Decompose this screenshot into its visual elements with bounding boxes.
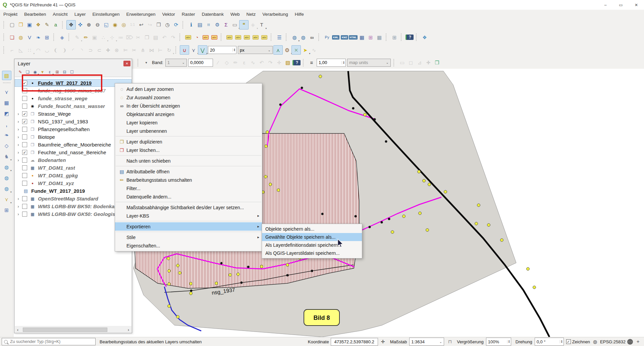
task-indicator-icon[interactable]: ✦	[635, 339, 641, 344]
menu-item-nach-unten-schieben[interactable]: Nach unten schieben	[115, 157, 262, 165]
layer-item-funde-nsg-1983-minus-1937[interactable]: •funde_nsg_1983_minus_1937	[15, 87, 131, 95]
data-source-manager-icon[interactable]: ❏	[8, 33, 16, 42]
layer-item-funde-strasse-wege[interactable]: ●funde_strasse_wege	[15, 95, 131, 102]
expand-arrow-icon[interactable]: ›	[16, 119, 20, 124]
colored-grid-icon[interactable]: ⊞	[366, 33, 375, 42]
layer-checkbox[interactable]: ✓	[22, 119, 27, 124]
layer-item-wt-dgm1-xyz[interactable]: ●WT_DGM1_xyz	[15, 179, 131, 187]
pan-map-icon[interactable]: ✥	[66, 20, 76, 30]
add-vector-tile-layer-icon[interactable]: ⋎▾	[2, 195, 11, 204]
menu-ansicht[interactable]: Ansicht	[49, 12, 71, 17]
add-postgis-layer-icon[interactable]: ♞▾	[2, 152, 11, 161]
layer-labeling-icon[interactable]: abc	[184, 33, 193, 42]
topological-editing-icon[interactable]: ⋏	[273, 45, 283, 55]
expand-arrow-icon[interactable]: ›	[16, 142, 20, 147]
expand-arrow-icon[interactable]: ›	[16, 150, 20, 155]
pan-to-selection-icon[interactable]: ✜	[76, 20, 85, 29]
db-manager-icon[interactable]: ☰	[275, 33, 284, 42]
stroke-width-icon-icon[interactable]: ≡	[307, 58, 316, 67]
menu-bearbeiten[interactable]: Bearbeiten	[21, 12, 49, 17]
add-mesh-layer-icon[interactable]: ◩	[2, 109, 11, 118]
menu-item-objektanzahl-anzeigen[interactable]: Objektanzahl anzeigen	[115, 110, 262, 118]
menu-netz[interactable]: Netz	[243, 12, 259, 17]
menu-item-zur-auswahl-zoomen[interactable]: ◌Zur Auswahl zoomen	[115, 93, 262, 102]
maximize-button[interactable]: ▭	[613, 0, 629, 10]
menu-layer[interactable]: Layer	[71, 12, 89, 17]
zoom-to-selection-icon[interactable]: ◉	[111, 20, 119, 29]
layer-diagram-icon[interactable]: ◔	[193, 33, 201, 42]
profile-tool-icon[interactable]: ❒	[433, 58, 441, 67]
menu-item-layer-kbs[interactable]: Layer-KBS▸	[115, 212, 262, 220]
new-memory-layer-icon[interactable]: ⊞	[43, 33, 51, 42]
snap-arrow-icon[interactable]: ➤▾	[301, 46, 310, 54]
new-shapefile-layer-icon[interactable]: V	[25, 33, 34, 42]
processing-toolbox-icon[interactable]: ⚙	[213, 20, 222, 29]
menu-item-datenquelle-ndern[interactable]: Datenquelle ändern...	[115, 192, 262, 201]
new-virtual-layer-icon[interactable]: ◈	[58, 33, 66, 42]
layer-item-wt-dgm1-gpkg[interactable]: ●WT_DGM1_gpkg	[15, 172, 131, 179]
grid-tools-icon[interactable]: ▦	[375, 33, 384, 42]
layout-manager-icon[interactable]: ✎	[43, 20, 51, 29]
menu-hilfe[interactable]: Hilfe	[291, 12, 307, 17]
menu-erweiterungen[interactable]: Erweiterungen	[123, 12, 159, 17]
enable-snapping-icon[interactable]: ∪	[180, 45, 189, 55]
snap-tolerance[interactable]: 20▲▼	[208, 46, 236, 54]
layer-item-strasse-wege[interactable]: ›✓❐Strasse_Wege	[15, 110, 131, 118]
move-label-icon[interactable]: abc	[225, 33, 234, 42]
layer-checkbox[interactable]: ✓	[22, 111, 27, 116]
expand-all-icon[interactable]: ⊞	[54, 69, 60, 75]
layer-checkbox[interactable]	[22, 196, 27, 201]
raster-toolbar-caret-icon[interactable]: ▾	[142, 58, 151, 67]
menu-einstellungen[interactable]: Einstellungen	[89, 12, 123, 17]
coordinate-input[interactable]	[331, 338, 378, 346]
html-export-icon[interactable]: HTML	[349, 33, 358, 42]
remove-layer-icon[interactable]: ☐	[69, 69, 75, 75]
expand-arrow-icon[interactable]: ›	[16, 135, 20, 139]
locator-searchbox[interactable]	[2, 338, 96, 345]
panel-close-button[interactable]: ✕	[123, 61, 130, 66]
layer-item-funde-wt-2017-2019[interactable]: ▤Funde_WT_2017_2019	[15, 187, 131, 195]
band-value[interactable]: 0,0000	[188, 59, 213, 67]
layer-checkbox[interactable]: ✓	[22, 150, 27, 155]
open-project-icon[interactable]: ❐	[16, 20, 25, 29]
show-hide-labels-icon[interactable]: abc	[234, 33, 243, 42]
show-sum-icon[interactable]: Σ	[222, 20, 230, 29]
layer-checkbox[interactable]	[22, 212, 27, 217]
lock-scale-icon[interactable]: ⊓	[446, 339, 453, 344]
messages-icon[interactable]: ···	[627, 339, 633, 345]
search-input[interactable]	[9, 339, 88, 344]
scrollbar-thumb[interactable]	[23, 328, 107, 332]
layer-item-biotope[interactable]: ›❐Biotope	[15, 133, 131, 141]
change-label-icon[interactable]: abc	[260, 33, 269, 42]
zoom-in-icon[interactable]: ⊕	[85, 20, 93, 29]
expand-arrow-icon[interactable]: ›	[16, 196, 20, 201]
statistical-summary-icon[interactable]: ⌗	[204, 20, 213, 29]
topology-checker-icon[interactable]: ❖	[420, 33, 429, 42]
open-layer-styling-icon[interactable]: ✎	[17, 69, 23, 75]
kml-tools-icon[interactable]: KML	[331, 33, 340, 42]
menu-item-attributtabelle-ffnen[interactable]: ▤Attributtabelle öffnen	[115, 167, 262, 176]
layer-checkbox[interactable]	[22, 88, 27, 93]
collapse-all-icon[interactable]: ⊟	[61, 69, 68, 75]
save-project-icon[interactable]: ▣	[25, 20, 34, 29]
search-layers-icon[interactable]: ◍	[299, 33, 308, 42]
add-group-icon[interactable]: ❏	[24, 69, 31, 75]
crs-globe-icon[interactable]: ◍	[592, 339, 598, 344]
select-features-icon[interactable]: ▧	[2, 71, 11, 80]
add-layer-group-icon[interactable]: ◍	[16, 33, 25, 42]
zoom-full-icon[interactable]: ◱	[102, 20, 111, 29]
expand-arrow-icon[interactable]: ›	[16, 158, 20, 163]
layer-item-wms-lgrb-bw-bk50-bodenkarte[interactable]: ›▦WMS LGRB-BW BK50: Bodenkarte	[15, 203, 131, 210]
layer-item-bodenarten[interactable]: ›☁Bodenarten	[15, 156, 131, 164]
extents-icon[interactable]: ✛	[380, 339, 386, 344]
add-delimited-text-layer-icon[interactable]: ,	[2, 120, 11, 128]
temporal-controller-icon[interactable]: ◷	[163, 20, 172, 29]
new-geopackage-layer-icon[interactable]: ❧	[34, 33, 43, 42]
stroke-width[interactable]: 1,00▲▼	[317, 59, 346, 67]
snapping-on-intersection-icon[interactable]: ✕	[291, 45, 301, 55]
zoom-to-layer-icon[interactable]: ◎	[119, 20, 128, 29]
submenu-item-als-layerdefinitionsdatei-speichern[interactable]: Als Layerdefinitionsdatei speichern...	[262, 241, 362, 249]
scroll-right-arrow[interactable]: ›	[126, 328, 131, 332]
add-wfs-layer-icon[interactable]: ◍▾	[2, 184, 11, 193]
layer-checkbox[interactable]	[22, 158, 27, 163]
